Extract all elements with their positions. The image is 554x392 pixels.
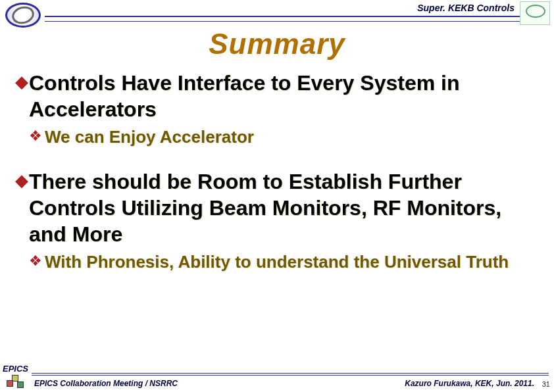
diamond-bullet-icon: ◆: [14, 70, 29, 93]
header-rule-icon: [45, 16, 547, 17]
footer-meeting: EPICS Collaboration Meeting / NSRRC: [34, 379, 178, 388]
epics-logo-icon: [4, 375, 26, 389]
bullet-level2: ❖ We can Enjoy Accelerator: [14, 126, 540, 147]
bullet-level2: ❖ With Phronesis, Ability to understand …: [14, 251, 540, 272]
footer-rule-thin-icon: [32, 375, 549, 376]
bullet-text: We can Enjoy Accelerator: [45, 126, 254, 147]
page-number: 31: [542, 380, 550, 388]
slide-body: ◆ Controls Have Interface to Every Syste…: [0, 61, 554, 272]
header-label: Super. KEKB Controls: [417, 3, 515, 13]
diamond-outline-bullet-icon: ❖: [29, 126, 45, 146]
footer-rule-icon: [32, 373, 549, 374]
bullet-text: Controls Have Interface to Every System …: [29, 70, 540, 122]
bullet-text: With Phronesis, Ability to understand th…: [45, 251, 509, 272]
slide-header: Super. KEKB Controls: [0, 0, 554, 24]
bullet-level1: ◆ Controls Have Interface to Every Syste…: [14, 70, 540, 122]
diamond-outline-bullet-icon: ❖: [29, 251, 45, 271]
header-rule-thin-icon: [45, 21, 547, 22]
footer-author: Kazuro Furukawa, KEK, Jun. 2011.: [405, 379, 534, 388]
epics-label: EPICS: [3, 364, 28, 374]
kek-logo-icon: [5, 1, 42, 30]
slide-title: Summary: [0, 28, 554, 61]
bullet-text: There should be Room to Establish Furthe…: [29, 168, 540, 247]
diamond-bullet-icon: ◆: [14, 168, 29, 192]
bullet-level1: ◆ There should be Room to Establish Furt…: [14, 168, 540, 247]
superkekb-logo-icon: [520, 1, 550, 25]
